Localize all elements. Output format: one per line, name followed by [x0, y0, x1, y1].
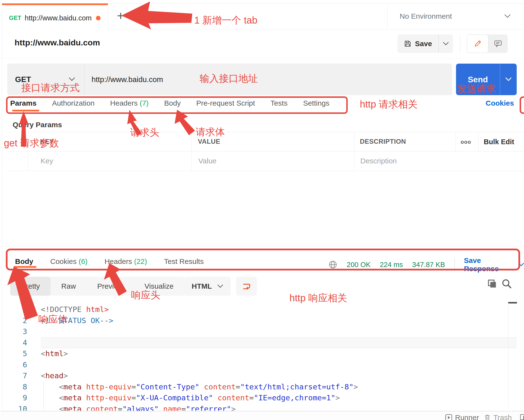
search-icon [501, 278, 512, 289]
param-description-cell[interactable] [360, 157, 496, 165]
code-line: 3 [7, 326, 517, 337]
view-pretty[interactable]: Pretty [10, 277, 51, 296]
table-border [478, 132, 479, 151]
runner-label: Runner [455, 413, 479, 420]
annotation-response-body: 响应体 [38, 313, 68, 326]
tab-settings[interactable]: Settings [303, 99, 329, 107]
response-tab-bar: Body Cookies (6) Headers (22) Test Resul… [15, 257, 204, 266]
save-response-button[interactable]: Save Response [464, 256, 524, 273]
tab-response-headers[interactable]: Headers (22) [105, 257, 147, 266]
chevron-down-icon [69, 78, 75, 81]
environment-label: No Environment [400, 12, 452, 20]
edit-description-button[interactable] [467, 35, 488, 53]
annotation-request-box: http 请求相关 [360, 98, 418, 111]
annotation-url: 输入接口地址 [200, 72, 258, 85]
doc-comment-group [467, 35, 508, 53]
console-button[interactable] [520, 413, 524, 420]
param-value-cell[interactable] [198, 157, 334, 165]
code-line: 7<head> [7, 370, 517, 381]
tab-test-results[interactable]: Test Results [164, 257, 204, 266]
tab-authorization[interactable]: Authorization [52, 99, 95, 107]
unsaved-dot-icon [96, 16, 101, 20]
column-description: DESCRIPTION [360, 138, 406, 145]
code-scrollbar-track [508, 304, 508, 407]
table-border [455, 132, 456, 151]
annotation-box-edge-fragment [520, 96, 524, 114]
code-line: 2<!--STATUS OK--> [7, 315, 517, 326]
line-number: 7 [7, 370, 27, 381]
postman-app: GET http://www.baidu.com + No Environmen… [0, 0, 524, 420]
line-number: 2 [7, 315, 27, 326]
comments-button[interactable] [488, 35, 508, 53]
param-key-input[interactable] [40, 157, 163, 165]
table-border [7, 132, 524, 132]
tab-headers[interactable]: Headers (7) [110, 99, 148, 107]
console-icon [520, 413, 524, 420]
save-icon [404, 40, 411, 48]
param-value-input[interactable] [198, 157, 321, 165]
view-raw[interactable]: Raw [51, 277, 87, 296]
line-number: 8 [7, 381, 27, 393]
code-line: 9 <meta http-equiv="X-UA-Compatible" con… [7, 392, 517, 403]
chevron-down-icon [505, 78, 512, 81]
table-border [191, 132, 192, 171]
annotation-response-header: 响应头 [131, 289, 160, 302]
chevron-down-icon [518, 263, 524, 267]
cookies-link[interactable]: Cookies [486, 99, 514, 107]
chevron-down-icon [504, 14, 511, 18]
save-button[interactable]: Save [397, 35, 438, 53]
runner-play-icon [445, 414, 453, 420]
copy-button[interactable] [487, 278, 498, 290]
copy-icon [487, 278, 498, 289]
arrow-new-tab [122, 1, 192, 29]
status-time: 224 ms [380, 261, 403, 269]
code-line: 5<html> [7, 348, 517, 359]
tab-response-cookies[interactable]: Cookies (6) [50, 257, 87, 266]
divider [2, 411, 524, 411]
search-button[interactable] [501, 278, 512, 290]
request-tab[interactable]: GET http://www.baidu.com [2, 3, 108, 31]
active-tab-underline [14, 266, 36, 268]
table-border [354, 132, 355, 171]
request-title: http://www.baidu.com [15, 38, 100, 47]
tab-url-label: http://www.baidu.com [25, 14, 92, 22]
wrap-lines-button[interactable] [236, 277, 257, 296]
table-border [7, 151, 524, 151]
active-tab-underline [12, 110, 39, 111]
code-scrollbar-thumb[interactable] [508, 302, 517, 304]
divider [454, 258, 455, 271]
chevron-down-icon [217, 285, 223, 288]
code-line: 4 [7, 337, 517, 348]
wrap-lines-icon [242, 282, 251, 291]
trash-button[interactable]: Trash [484, 413, 512, 420]
runner-button[interactable]: Runner [445, 413, 479, 420]
tab-prerequest-script[interactable]: Pre-request Script [196, 99, 255, 107]
param-description-input[interactable] [360, 157, 483, 165]
view-preview[interactable]: Preview [87, 277, 134, 296]
send-options-button[interactable] [500, 64, 517, 95]
trash-label: Trash [493, 413, 512, 420]
param-key-cell[interactable] [40, 157, 176, 165]
new-tab-button[interactable]: + [112, 7, 129, 24]
annotation-method: 接口请求方式 [21, 81, 80, 95]
format-label: HTML [192, 282, 212, 290]
line-number: 5 [7, 348, 27, 359]
code-line: 6 [7, 359, 517, 370]
tab-tests[interactable]: Tests [271, 99, 288, 107]
tab-body[interactable]: Body [164, 99, 181, 107]
status-code: 200 OK [347, 261, 371, 269]
save-options-button[interactable] [438, 35, 453, 53]
format-selector[interactable]: HTML [184, 277, 231, 296]
more-options-icon[interactable]: ooo [461, 139, 471, 145]
divider [460, 36, 460, 52]
line-number: 4 [7, 337, 27, 348]
line-number: 10 [7, 403, 27, 411]
environment-selector[interactable]: No Environment [387, 3, 524, 29]
line-number: 6 [7, 359, 27, 370]
tab-params[interactable]: Params [10, 99, 36, 107]
pencil-icon [473, 40, 482, 48]
code-line: 8 <meta http-equiv="Content-Type" conten… [7, 381, 517, 393]
tab-response-body[interactable]: Body [15, 257, 33, 266]
bulk-edit-button[interactable]: Bulk Edit [484, 138, 514, 146]
query-params-label: Query Params [13, 121, 62, 129]
